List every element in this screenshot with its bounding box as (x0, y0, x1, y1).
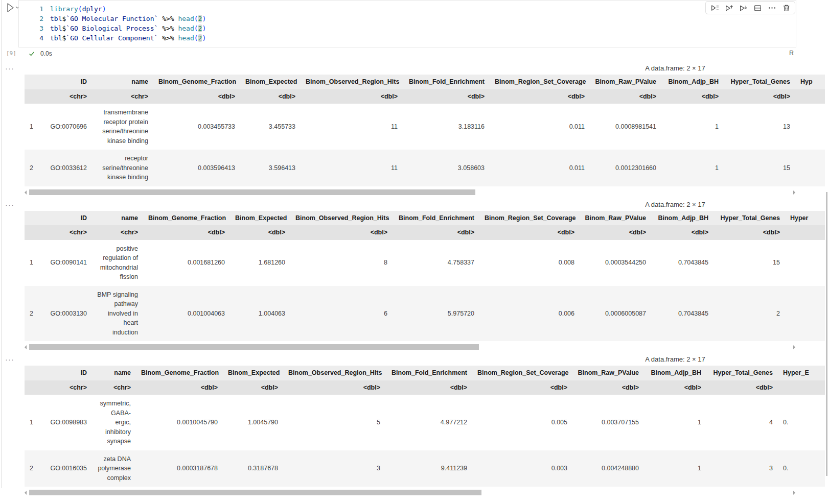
delete-cell-icon[interactable] (780, 3, 792, 13)
column-header (25, 75, 38, 89)
code-line[interactable]: 4tbl$`GO Cellular Component` %>% head(2) (19, 33, 796, 43)
output-options-icon[interactable]: ··· (5, 65, 14, 72)
table-cell: symmetric, GABA-ergic, inhibitory synaps… (92, 395, 136, 450)
dataframe-viewport: A data.frame: 2 × 17 IDnameBinom_Genome_… (25, 355, 825, 487)
more-actions-icon[interactable] (766, 3, 778, 13)
table-cell: 1 (644, 450, 706, 487)
dtype-label: <dbl> (590, 89, 661, 104)
code-token: ) (202, 34, 206, 42)
table-cell (785, 240, 825, 286)
table-cell: 11 (301, 150, 403, 186)
table-cell: 3.596413 (240, 150, 301, 186)
dtype-label (25, 225, 38, 240)
column-header: Hyper_E (778, 366, 825, 380)
table-cell: 9.411239 (385, 450, 472, 487)
dtype-label: <dbl> (580, 225, 651, 240)
play-icon (8, 4, 13, 12)
table-cell: 15 (724, 150, 795, 186)
table-cell: 0.0003544250 (580, 240, 651, 286)
scroll-right-icon[interactable] (793, 345, 797, 349)
column-header: Binom_Fold_Enrichment (385, 366, 472, 380)
code-text: tbl$`GO Biological Process` %>% head(2) (50, 23, 206, 33)
dataframe-caption: A data.frame: 2 × 17 (25, 200, 825, 211)
column-header: Binom_Observed_Region_Hits (301, 75, 403, 89)
code-token: tbl (50, 34, 62, 42)
dataframe-table: IDnameBinom_Genome_FractionBinom_Expecte… (25, 75, 825, 186)
execution-duration: 0.0s (40, 50, 52, 57)
table-cell: 0.7043845 (651, 240, 714, 286)
header-row: IDnameBinom_Genome_FractionBinom_Expecte… (25, 75, 825, 89)
table-cell: receptor serine/threonine kinase binding (92, 150, 153, 186)
vertical-scrollbar[interactable] (826, 192, 827, 476)
table-cell: 0.0012301660 (590, 150, 661, 186)
scroll-right-icon[interactable] (793, 491, 797, 495)
cell-toolbar (705, 1, 795, 14)
column-header: Binom_Adjp_BH (651, 211, 714, 226)
table-cell: GO:0098983 (38, 395, 92, 450)
dtype-row: <chr><chr><dbl><dbl><dbl><dbl><dbl><dbl>… (25, 89, 825, 104)
execute-cells-icon[interactable] (708, 3, 721, 13)
dtype-label: <chr> (38, 380, 92, 395)
split-cell-icon[interactable] (751, 3, 764, 13)
table-cell: GO:0003130 (38, 286, 92, 342)
output-options-icon[interactable]: ··· (5, 201, 14, 208)
dtype-label (778, 380, 825, 395)
output-options-icon[interactable]: ··· (5, 356, 14, 363)
execute-cell-and-below-icon[interactable] (737, 3, 749, 13)
scroll-left-icon[interactable] (22, 345, 27, 349)
table-cell: 2 (25, 450, 38, 487)
code-line[interactable]: 1library(dplyr) (19, 4, 796, 14)
horizontal-scrollbar[interactable] (22, 189, 797, 195)
table-cell: 3 (283, 450, 385, 487)
column-header: name (92, 366, 136, 380)
scrollbar-thumb[interactable] (29, 344, 479, 350)
dtype-label: <dbl> (393, 225, 479, 240)
table-cell: 1 (25, 240, 38, 286)
table-cell: zeta DNA polymerase complex (92, 450, 136, 487)
scrollbar-thumb[interactable] (29, 490, 481, 495)
table-cell: 4 (706, 395, 778, 450)
dtype-label: <dbl> (240, 89, 301, 104)
code-token: %>% (162, 25, 174, 32)
column-header: name (92, 75, 153, 89)
code-cell-editor[interactable]: 1library(dplyr) 2tbl$`GO Molecular Funct… (18, 0, 796, 47)
column-header: Binom_Genome_Fraction (153, 75, 240, 89)
table-cell: 3.183116 (403, 104, 490, 150)
table-cell: GO:0033612 (38, 150, 92, 186)
dtype-label: <dbl> (403, 89, 490, 104)
horizontal-scrollbar[interactable] (22, 490, 797, 495)
code-line[interactable]: 2tbl$`GO Molecular Function` %>% head(2) (19, 14, 796, 23)
column-header: Binom_Expected (223, 366, 283, 380)
table-cell: 0.0008981541 (590, 104, 661, 150)
table-cell: 11 (301, 104, 403, 150)
code-line[interactable]: 3tbl$`GO Biological Process` %>% head(2) (19, 23, 796, 33)
table-cell: BMP signaling pathway involved in heart … (92, 286, 143, 342)
column-header: Binom_Raw_PValue (590, 75, 661, 89)
code-token: ) (102, 5, 106, 13)
column-header: Hyp (795, 75, 825, 89)
dtype-label: <chr> (38, 89, 92, 104)
table-cell: 0.001004063 (143, 286, 230, 342)
column-header: Hyper_Total_Genes (714, 211, 785, 226)
scroll-left-icon[interactable] (22, 190, 27, 195)
column-header (25, 366, 38, 380)
table-cell: 8 (290, 240, 393, 286)
code-token: ( (194, 34, 198, 42)
column-header: Binom_Observed_Region_Hits (290, 211, 393, 226)
execution-count: [9] (6, 50, 16, 57)
column-header: Binom_Region_Set_Coverage (490, 75, 590, 89)
dtype-label: <dbl> (223, 380, 283, 395)
column-header: Binom_Adjp_BH (661, 75, 724, 89)
column-header (25, 211, 38, 226)
scrollbar-thumb[interactable] (29, 189, 475, 195)
execute-above-cells-icon[interactable] (723, 3, 735, 13)
table-cell: 1.004063 (230, 286, 290, 342)
dtype-label: <dbl> (283, 380, 385, 395)
table-cell: 3.455733 (240, 104, 301, 150)
scroll-right-icon[interactable] (793, 190, 797, 195)
table-cell: 4.977212 (385, 395, 472, 450)
table-row: 1GO:0070696transmembrane receptor protei… (25, 104, 825, 150)
column-header: Binom_Adjp_BH (644, 366, 706, 380)
scroll-left-icon[interactable] (22, 491, 27, 495)
horizontal-scrollbar[interactable] (22, 344, 797, 350)
